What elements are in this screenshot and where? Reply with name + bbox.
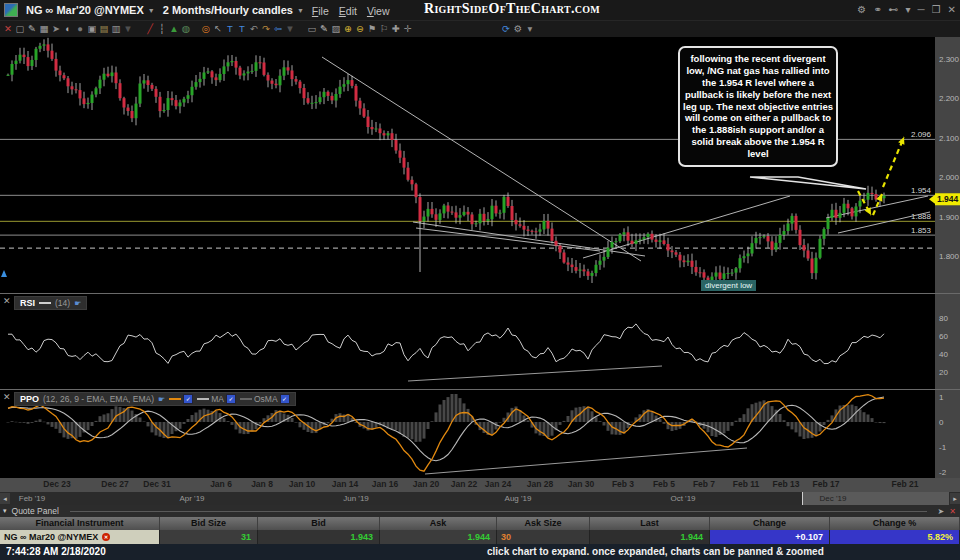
- ppo-pane[interactable]: ✕ PPO (12, 26, 9 - EMA, EMA, EMA) ☛ ✓MA✓…: [0, 390, 960, 478]
- ppo-axis[interactable]: [935, 390, 960, 478]
- scrollbar-left-arrow[interactable]: ◂: [0, 493, 10, 504]
- change-pct-cell[interactable]: 5.82%: [830, 530, 960, 544]
- bid-cell[interactable]: 1.943: [258, 530, 380, 544]
- ppo-toggle-ma[interactable]: MA✓: [197, 394, 236, 404]
- settings-gear-icon[interactable]: ⚙: [857, 0, 866, 20]
- ppo-toggle-line[interactable]: ✓: [169, 394, 193, 404]
- target-tool-icon[interactable]: ◎: [200, 21, 212, 37]
- pointer-icon[interactable]: ➤: [50, 21, 62, 37]
- ask-cell[interactable]: 1.944: [380, 530, 497, 544]
- quote-panel-close-icon[interactable]: ✕: [949, 507, 956, 516]
- quote-col-ask-size[interactable]: Ask Size: [497, 517, 590, 530]
- close-icon[interactable]: ✕: [948, 0, 956, 20]
- trendline-tool-icon[interactable]: ╱: [144, 21, 156, 37]
- timeframe-selector[interactable]: 2 Months/Hourly candles: [163, 4, 293, 16]
- tool-caret-icon[interactable]: ▾: [524, 21, 536, 37]
- wrench-icon[interactable]: ⚙: [512, 21, 524, 37]
- ppo-trendline[interactable]: [425, 448, 747, 474]
- ruler-tool-icon[interactable]: ▭: [306, 21, 318, 37]
- dropdown-2-icon[interactable]: ▼: [284, 21, 296, 37]
- move-tool-icon[interactable]: ✚: [390, 21, 402, 37]
- text-tool-icon[interactable]: T: [224, 21, 236, 37]
- circle-shape-icon[interactable]: ●: [74, 21, 86, 37]
- trendline[interactable]: [416, 228, 600, 251]
- symbol-caret-icon[interactable]: ▼: [148, 7, 155, 14]
- minimize-icon[interactable]: ─: [918, 0, 925, 20]
- flag-2-tool-icon[interactable]: ⚐: [378, 21, 390, 37]
- trendline[interactable]: [583, 196, 790, 258]
- legend-checkbox[interactable]: ✓: [183, 394, 193, 404]
- date-axis[interactable]: Dec 23Dec 27Dec 31Jan 6Jan 8Jan 10Jan 14…: [0, 478, 960, 492]
- arrow-tool-icon[interactable]: ⇦: [272, 21, 284, 37]
- select-region-icon[interactable]: ▢: [14, 21, 26, 37]
- legend-checkbox[interactable]: ✓: [280, 394, 290, 404]
- hatch-tool-icon[interactable]: ▨: [330, 21, 342, 37]
- remove-instrument-icon[interactable]: ✕: [102, 533, 110, 541]
- quote-col-bid[interactable]: Bid: [258, 517, 380, 530]
- rsi-pane[interactable]: ✕ RSI (14) ☛ 80604020: [0, 294, 960, 389]
- menu-view[interactable]: View: [367, 5, 390, 17]
- alert-marker-icon: [1, 270, 7, 277]
- pin-caret-icon[interactable]: ▾: [906, 0, 911, 20]
- ppo-toggle-osma[interactable]: OsMA✓: [240, 394, 290, 404]
- pin-icon[interactable]: ⊷: [889, 0, 899, 20]
- menu-edit[interactable]: Edit: [339, 5, 357, 17]
- eraser-icon[interactable]: ◐: [62, 21, 74, 37]
- triangle-tool-icon[interactable]: ▲: [168, 21, 180, 37]
- redo-icon[interactable]: ↷: [260, 21, 272, 37]
- folder-icon[interactable]: ▤: [98, 21, 110, 37]
- menu-file[interactable]: File: [312, 5, 329, 17]
- text-tool-2-icon[interactable]: T: [236, 21, 248, 37]
- quote-col-change[interactable]: Change: [710, 517, 830, 530]
- bid-size-cell[interactable]: 31: [160, 530, 258, 544]
- quote-col-ask[interactable]: Ask: [380, 517, 497, 530]
- draw-pencil-icon[interactable]: ✎: [26, 21, 38, 37]
- zoom-in-icon[interactable]: ⊕: [342, 21, 354, 37]
- symbol-selector[interactable]: NG ∞ Mar'20 @NYMEX: [26, 4, 144, 16]
- candle-tool-icon[interactable]: ┆: [156, 21, 168, 37]
- drag-hand-icon[interactable]: ➤: [938, 507, 945, 516]
- legend-checkbox[interactable]: ✓: [226, 394, 236, 404]
- ppo-settings-icon[interactable]: ☛: [158, 395, 165, 404]
- ppo-legend[interactable]: PPO (12, 26, 9 - EMA, EMA, EMA) ☛ ✓MA✓Os…: [14, 392, 296, 406]
- rsi-close-icon[interactable]: ✕: [3, 296, 11, 306]
- projection-arrow[interactable]: [883, 137, 904, 187]
- zoom-out-icon[interactable]: ⊖: [354, 21, 366, 37]
- layout-grid-icon[interactable]: ▥: [110, 21, 122, 37]
- rsi-trendline[interactable]: [408, 366, 662, 381]
- trendline[interactable]: [322, 57, 641, 261]
- refresh-icon[interactable]: ⟳: [500, 21, 512, 37]
- change-cell[interactable]: +0.107: [710, 530, 830, 544]
- quote-col-financial-instrument[interactable]: Financial Instrument: [0, 517, 160, 530]
- timeframe-caret-icon[interactable]: ▼: [297, 7, 304, 14]
- link-icon[interactable]: ⚭: [873, 0, 881, 20]
- grid-view-icon[interactable]: ▦: [38, 21, 50, 37]
- ellipse-tool-icon[interactable]: ◍: [180, 21, 192, 37]
- cursor-tool-icon[interactable]: ↖: [212, 21, 224, 37]
- instrument-cell[interactable]: NG ∞ Mar20 @NYMEX✕: [0, 530, 160, 544]
- filter-dropdown-icon[interactable]: ▼: [122, 21, 134, 37]
- quote-col-change-[interactable]: Change %: [830, 517, 960, 530]
- trendline[interactable]: [413, 222, 645, 256]
- flag-tool-icon[interactable]: ⚑: [366, 21, 378, 37]
- price-pane[interactable]: 2.0961.9541.8881.8532.3002.2002.1002.000…: [0, 37, 960, 293]
- undo-icon[interactable]: ↶: [248, 21, 260, 37]
- rsi-chart[interactable]: 80604020: [0, 294, 960, 389]
- quote-col-last[interactable]: Last: [590, 517, 710, 530]
- ppo-close-icon[interactable]: ✕: [3, 392, 11, 402]
- rsi-settings-icon[interactable]: ☛: [74, 299, 81, 308]
- pencil-2-icon[interactable]: ✎: [318, 21, 330, 37]
- pan-tool-icon[interactable]: ✛: [402, 21, 414, 37]
- ask-size-cell[interactable]: 30: [497, 530, 590, 544]
- quote-col-bid-size[interactable]: Bid Size: [160, 517, 258, 530]
- rsi-legend[interactable]: RSI (14) ☛: [14, 296, 87, 310]
- image-icon[interactable]: ▣: [86, 21, 98, 37]
- last-cell[interactable]: 1.944: [590, 530, 710, 544]
- time-scrollbar[interactable]: ◂ ▸ Feb '19Apr '19Jun '19Aug '19Oct '19D…: [0, 492, 960, 505]
- close-tool-icon[interactable]: ✕: [2, 21, 14, 37]
- quote-panel-collapse-icon[interactable]: ▾: [3, 507, 7, 515]
- scrollbar-right-arrow[interactable]: ▸: [950, 493, 960, 504]
- maximize-icon[interactable]: ❒: [932, 0, 941, 20]
- quote-row[interactable]: NG ∞ Mar20 @NYMEX✕311.9431.944301.944+0.…: [0, 530, 960, 544]
- quote-panel-header[interactable]: ▾ Quote Panel ➤ ✕: [0, 505, 960, 517]
